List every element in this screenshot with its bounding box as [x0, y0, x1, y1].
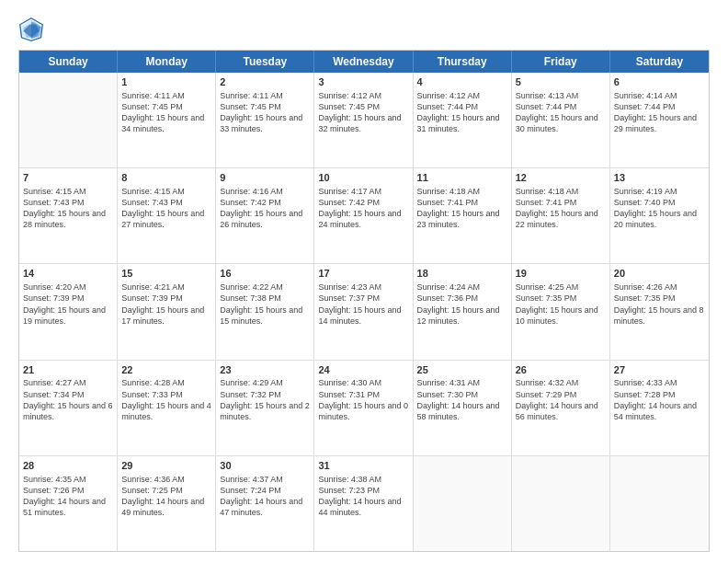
day-number: 23 — [220, 363, 310, 377]
calendar-cell: 14Sunrise: 4:20 AM Sunset: 7:39 PM Dayli… — [19, 264, 118, 359]
calendar: SundayMondayTuesdayWednesdayThursdayFrid… — [18, 50, 710, 552]
cell-info: Sunrise: 4:19 AM Sunset: 7:40 PM Dayligh… — [614, 186, 705, 231]
cell-info: Sunrise: 4:25 AM Sunset: 7:35 PM Dayligh… — [516, 282, 606, 327]
day-number: 10 — [318, 171, 408, 185]
day-number: 16 — [220, 267, 310, 281]
day-number: 26 — [516, 363, 606, 377]
cell-info: Sunrise: 4:12 AM Sunset: 7:44 PM Dayligh… — [417, 90, 507, 135]
calendar-cell: 18Sunrise: 4:24 AM Sunset: 7:36 PM Dayli… — [414, 264, 512, 359]
calendar-row-1: 7Sunrise: 4:15 AM Sunset: 7:43 PM Daylig… — [19, 168, 709, 264]
day-number: 31 — [318, 459, 408, 473]
cell-info: Sunrise: 4:14 AM Sunset: 7:44 PM Dayligh… — [614, 90, 705, 135]
calendar-cell: 22Sunrise: 4:28 AM Sunset: 7:33 PM Dayli… — [118, 361, 216, 455]
day-number: 21 — [23, 363, 113, 377]
cell-info: Sunrise: 4:30 AM Sunset: 7:31 PM Dayligh… — [318, 377, 408, 422]
cell-info: Sunrise: 4:15 AM Sunset: 7:43 PM Dayligh… — [23, 186, 113, 231]
calendar-cell: 5Sunrise: 4:13 AM Sunset: 7:44 PM Daylig… — [512, 73, 610, 167]
cell-info: Sunrise: 4:22 AM Sunset: 7:38 PM Dayligh… — [220, 282, 310, 327]
cell-info: Sunrise: 4:15 AM Sunset: 7:43 PM Dayligh… — [121, 186, 211, 231]
cell-info: Sunrise: 4:18 AM Sunset: 7:41 PM Dayligh… — [417, 186, 507, 231]
day-number: 8 — [121, 171, 211, 185]
header — [18, 17, 710, 42]
cell-info: Sunrise: 4:17 AM Sunset: 7:42 PM Dayligh… — [318, 186, 408, 231]
day-number: 7 — [23, 171, 113, 185]
calendar-cell: 19Sunrise: 4:25 AM Sunset: 7:35 PM Dayli… — [512, 264, 610, 359]
calendar-cell: 9Sunrise: 4:16 AM Sunset: 7:42 PM Daylig… — [216, 168, 314, 263]
calendar-cell: 17Sunrise: 4:23 AM Sunset: 7:37 PM Dayli… — [314, 264, 413, 359]
logo — [18, 17, 48, 42]
cell-info: Sunrise: 4:20 AM Sunset: 7:39 PM Dayligh… — [23, 282, 113, 327]
calendar-cell: 1Sunrise: 4:11 AM Sunset: 7:45 PM Daylig… — [118, 73, 216, 167]
cell-info: Sunrise: 4:35 AM Sunset: 7:26 PM Dayligh… — [23, 474, 113, 519]
calendar-cell: 25Sunrise: 4:31 AM Sunset: 7:30 PM Dayli… — [414, 361, 512, 455]
calendar-cell: 13Sunrise: 4:19 AM Sunset: 7:40 PM Dayli… — [610, 168, 709, 263]
cell-info: Sunrise: 4:12 AM Sunset: 7:45 PM Dayligh… — [318, 90, 408, 135]
calendar-cell: 4Sunrise: 4:12 AM Sunset: 7:44 PM Daylig… — [414, 73, 512, 167]
calendar-cell — [19, 73, 118, 167]
calendar-cell: 29Sunrise: 4:36 AM Sunset: 7:25 PM Dayli… — [118, 456, 216, 551]
header-day-tuesday: Tuesday — [216, 51, 314, 73]
day-number: 13 — [614, 171, 705, 185]
cell-info: Sunrise: 4:36 AM Sunset: 7:25 PM Dayligh… — [121, 474, 211, 519]
cell-info: Sunrise: 4:13 AM Sunset: 7:44 PM Dayligh… — [516, 90, 606, 135]
header-day-saturday: Saturday — [610, 51, 709, 73]
calendar-cell: 30Sunrise: 4:37 AM Sunset: 7:24 PM Dayli… — [216, 456, 314, 551]
calendar-cell: 28Sunrise: 4:35 AM Sunset: 7:26 PM Dayli… — [19, 456, 118, 551]
calendar-cell — [512, 456, 610, 551]
calendar-cell: 6Sunrise: 4:14 AM Sunset: 7:44 PM Daylig… — [610, 73, 709, 167]
day-number: 29 — [121, 459, 211, 473]
calendar-cell: 26Sunrise: 4:32 AM Sunset: 7:29 PM Dayli… — [512, 361, 610, 455]
day-number: 1 — [121, 75, 211, 89]
header-day-monday: Monday — [118, 51, 216, 73]
calendar-cell: 21Sunrise: 4:27 AM Sunset: 7:34 PM Dayli… — [19, 361, 118, 455]
day-number: 3 — [318, 75, 408, 89]
day-number: 5 — [516, 75, 606, 89]
calendar-cell: 31Sunrise: 4:38 AM Sunset: 7:23 PM Dayli… — [314, 456, 413, 551]
calendar-cell: 27Sunrise: 4:33 AM Sunset: 7:28 PM Dayli… — [610, 361, 709, 455]
day-number: 27 — [614, 363, 705, 377]
day-number: 24 — [318, 363, 408, 377]
day-number: 14 — [23, 267, 113, 281]
calendar-cell: 12Sunrise: 4:18 AM Sunset: 7:41 PM Dayli… — [512, 168, 610, 263]
day-number: 20 — [614, 267, 705, 281]
page: SundayMondayTuesdayWednesdayThursdayFrid… — [0, 0, 728, 563]
calendar-cell: 2Sunrise: 4:11 AM Sunset: 7:45 PM Daylig… — [216, 73, 314, 167]
header-day-friday: Friday — [512, 51, 610, 73]
calendar-body: 1Sunrise: 4:11 AM Sunset: 7:45 PM Daylig… — [19, 73, 709, 551]
calendar-cell: 20Sunrise: 4:26 AM Sunset: 7:35 PM Dayli… — [610, 264, 709, 359]
day-number: 18 — [417, 267, 507, 281]
header-day-wednesday: Wednesday — [314, 51, 413, 73]
day-number: 15 — [121, 267, 211, 281]
calendar-cell: 23Sunrise: 4:29 AM Sunset: 7:32 PM Dayli… — [216, 361, 314, 455]
cell-info: Sunrise: 4:11 AM Sunset: 7:45 PM Dayligh… — [121, 90, 211, 135]
cell-info: Sunrise: 4:16 AM Sunset: 7:42 PM Dayligh… — [220, 186, 310, 231]
cell-info: Sunrise: 4:21 AM Sunset: 7:39 PM Dayligh… — [121, 282, 211, 327]
day-number: 12 — [516, 171, 606, 185]
day-number: 30 — [220, 459, 310, 473]
calendar-cell: 24Sunrise: 4:30 AM Sunset: 7:31 PM Dayli… — [314, 361, 413, 455]
day-number: 19 — [516, 267, 606, 281]
cell-info: Sunrise: 4:29 AM Sunset: 7:32 PM Dayligh… — [220, 377, 310, 422]
cell-info: Sunrise: 4:37 AM Sunset: 7:24 PM Dayligh… — [220, 474, 310, 519]
calendar-cell: 16Sunrise: 4:22 AM Sunset: 7:38 PM Dayli… — [216, 264, 314, 359]
cell-info: Sunrise: 4:27 AM Sunset: 7:34 PM Dayligh… — [23, 377, 113, 422]
calendar-row-3: 21Sunrise: 4:27 AM Sunset: 7:34 PM Dayli… — [19, 361, 709, 456]
calendar-cell — [610, 456, 709, 551]
day-number: 6 — [614, 75, 705, 89]
calendar-cell: 10Sunrise: 4:17 AM Sunset: 7:42 PM Dayli… — [314, 168, 413, 263]
cell-info: Sunrise: 4:38 AM Sunset: 7:23 PM Dayligh… — [318, 474, 408, 519]
header-day-sunday: Sunday — [19, 51, 118, 73]
calendar-cell: 3Sunrise: 4:12 AM Sunset: 7:45 PM Daylig… — [314, 73, 413, 167]
day-number: 28 — [23, 459, 113, 473]
cell-info: Sunrise: 4:32 AM Sunset: 7:29 PM Dayligh… — [516, 377, 606, 422]
calendar-cell: 8Sunrise: 4:15 AM Sunset: 7:43 PM Daylig… — [118, 168, 216, 263]
logo-icon — [18, 17, 44, 42]
calendar-row-0: 1Sunrise: 4:11 AM Sunset: 7:45 PM Daylig… — [19, 73, 709, 168]
day-number: 22 — [121, 363, 211, 377]
day-number: 4 — [417, 75, 507, 89]
calendar-cell: 7Sunrise: 4:15 AM Sunset: 7:43 PM Daylig… — [19, 168, 118, 263]
cell-info: Sunrise: 4:18 AM Sunset: 7:41 PM Dayligh… — [516, 186, 606, 231]
header-day-thursday: Thursday — [414, 51, 512, 73]
calendar-cell — [414, 456, 512, 551]
cell-info: Sunrise: 4:28 AM Sunset: 7:33 PM Dayligh… — [121, 377, 211, 422]
